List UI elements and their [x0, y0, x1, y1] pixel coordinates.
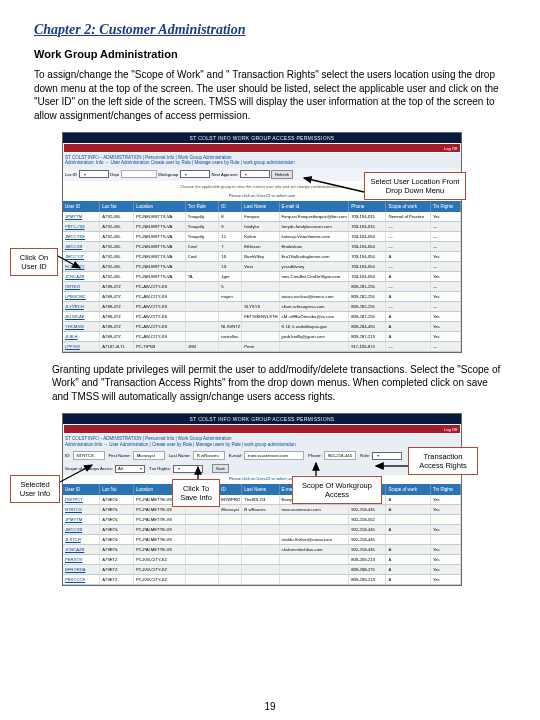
userid-display: NTRTCS	[73, 451, 105, 460]
table-row: JLYVRCHA789-4TZPC-AW-CITY-KSSLYSYSsllum.…	[63, 302, 461, 312]
scope-select[interactable]: All	[115, 465, 145, 473]
userid-link[interactable]: JCNCAZB	[65, 547, 84, 552]
app-header: ST COLST INFO WORK GROUP ACCESS PERMISSI…	[190, 135, 335, 141]
breadcrumb: ST COLST INFO→ADMINISTRATION | Personnal…	[63, 434, 461, 449]
screenshot-2: ST COLST INFO WORK GROUP ACCESS PERMISSI…	[62, 413, 462, 586]
arrow-icon	[54, 248, 84, 273]
userid-link[interactable]: PBTC-703	[65, 224, 85, 229]
arrow-icon	[374, 459, 412, 473]
userid-link[interactable]: JPMYTM	[65, 517, 82, 522]
table-row: JPMYTMA79EOLPC-PALMETTE-VS902-218-552	[63, 515, 461, 525]
userid-link[interactable]: JKLWCAE	[65, 314, 84, 319]
screenshot-1: ST COLST INFO WORK GROUP ACCESS PERMISSI…	[62, 132, 462, 353]
save-button[interactable]: Save	[212, 464, 229, 473]
table-row: JCNCAZBA79EOLPC-PALMETTE-VSshslcimrvlech…	[63, 545, 461, 555]
annotation-selected-user: Selected User Info	[10, 475, 60, 503]
annotation-select-location: Select User Location From Drop Down Menu	[364, 172, 466, 200]
breadcrumb: ST COLST INFO→ADMINISTRATION | Personnal…	[63, 153, 461, 168]
section-title: Work Group Administration	[34, 48, 506, 60]
table-row: RCLNOT2A792-4SLPC-NELMSTTS-VA13Vossycssd…	[63, 262, 461, 272]
svg-line-0	[304, 178, 364, 192]
table-header: User IDLoc No LocationTxn Role IDLast Na…	[63, 484, 461, 495]
svg-line-3	[58, 465, 92, 483]
location-select[interactable]	[79, 170, 109, 178]
table-row: BFRORDAA79ETZPC-KW-CITY-KZ809-208-275AYe…	[63, 565, 461, 575]
table-row: JMCCYKEA792-4SLPC-NELMSTTS-VATraayally11…	[63, 232, 461, 242]
userid-link[interactable]: DWTPCT	[65, 497, 83, 502]
refresh-button[interactable]: Refresh	[271, 170, 293, 179]
userid-link[interactable]: JLYVRCH	[65, 304, 84, 309]
click-hint: Please click on User-ID to select user	[63, 475, 461, 484]
table-row: JMCCXBA79EOLPC-PALMETTE-VS902-218-445AYe…	[63, 525, 461, 535]
userid-link[interactable]: YHCMSW	[65, 324, 84, 329]
table-row: LPBGCMCA789-4TZPC-AW-CITY-KSmajentaicou.…	[63, 292, 461, 302]
logoff-link[interactable]: Log Off	[444, 146, 460, 151]
paragraph-1: To assign/change the "Scope of Work" and…	[34, 68, 506, 122]
table-row: PBTC-703A792-4SLPC-NELMSTTS-VATraayally9…	[63, 222, 461, 232]
annotation-scope-work: Scope Of Workgroup Access	[292, 476, 382, 504]
table-row: JCNCAZBA792-4SLPC-NELMSTTS-VATAJgermes.C…	[63, 272, 461, 282]
table-row: YHCMSWA789-4TZPC-AW-CITY-KSNLSVNTZK 16 .…	[63, 322, 461, 332]
userid-link[interactable]: JMCCXB	[65, 527, 82, 532]
table-header: User IDLoc No LocationTxn Role IDLast Na…	[63, 201, 461, 212]
userid-link[interactable]: LPBGCMC	[65, 294, 86, 299]
userid-link[interactable]: LPFGW	[65, 344, 80, 349]
annotation-click-userid: Click On User ID	[10, 248, 58, 276]
userid-link[interactable]: JPMYTM	[65, 214, 82, 219]
table-row: JPMYTMA792-4SLPC-NELMSTTS-VATraayally8Fo…	[63, 212, 461, 222]
table-row: PBSCCCEA79ETZPC-KW-CITY-KZ809-209-213AYe…	[63, 575, 461, 585]
table-row: DWTPCTA79EOLPC-PALMETTE-VSEDWPROTheSDLO3…	[63, 495, 461, 505]
table-row: JLSTCHA79EOLPC-PALMETTE-VSmisldu.Srelver…	[63, 535, 461, 545]
dept-input[interactable]	[121, 170, 157, 178]
workgroup-select[interactable]	[180, 170, 210, 178]
userid-link[interactable]: BFRORDA	[65, 567, 85, 572]
userid-link[interactable]: JCNCAZB	[65, 274, 84, 279]
chapter-title: Chapter 2: Customer Administration	[34, 22, 506, 38]
arrow-icon	[58, 463, 96, 487]
table-row: JLBLHA789-4TZPC-AW-CITY-KStostrollusjpsi…	[63, 332, 461, 342]
userid-link[interactable]: PBSCCCE	[65, 577, 85, 582]
annotation-click-save: Click To Save Info	[172, 479, 220, 507]
table-row: JKLWCAEA789-4TZPC-AW-CITY-KSFETSGENVLSTH…	[63, 312, 461, 322]
userid-link[interactable]: JMCCYKE	[65, 234, 85, 239]
paragraph-2: Granting update privileges will permit t…	[52, 363, 506, 404]
page-number: 19	[0, 701, 540, 712]
table-row: JMCCYJTA792-4SLPC-NELMSTTS-VACmd10BuehVi…	[63, 252, 461, 262]
annotation-txn-rights: Transaction Access Rights	[408, 447, 478, 475]
app-header: ST COLST INFO WORK GROUP ACCESS PERMISSI…	[190, 416, 335, 422]
userid-link[interactable]: PERSOV	[65, 557, 82, 562]
table-row: LPFGWA7107-4LTLPC-TIPN3JGNPerm917-106-87…	[63, 342, 461, 352]
userid-link[interactable]: OBTEZI	[65, 284, 80, 289]
table-row: PERSOVA79ETZPC-KW-CITY-KZ809-209-213AYes	[63, 555, 461, 565]
table-row: OBTEZIA789-4TZPC-AW-CITY-KS5809-281-255—…	[63, 282, 461, 292]
userid-link[interactable]: JLSTCH	[65, 537, 81, 542]
logoff-link[interactable]: Log Off	[444, 427, 460, 432]
next-approver-select[interactable]	[240, 170, 270, 178]
userid-link[interactable]: JLBLH	[65, 334, 78, 339]
arrow-icon	[300, 174, 370, 196]
table-row: NTRTCSA79EOLPC-PALMETTE-VSMicrosystR wRa…	[63, 505, 461, 515]
table-row: JMCCXBA792-4SLPC-NELMSTTS-VACmd7Ethleson…	[63, 242, 461, 252]
userid-link[interactable]: NTRTCS	[65, 507, 82, 512]
